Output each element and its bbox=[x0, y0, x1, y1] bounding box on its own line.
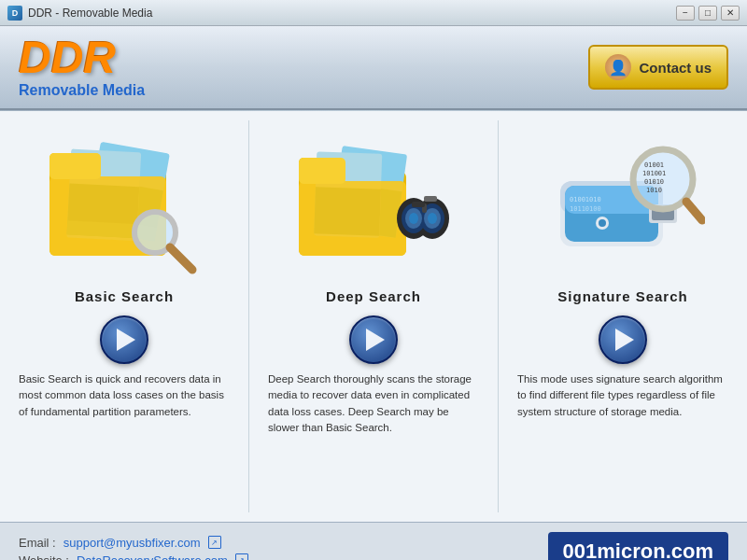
contact-button[interactable]: 👤 Contact us bbox=[588, 45, 728, 90]
signature-search-title: Signature Search bbox=[557, 288, 687, 304]
website-row: Website : DataRecoverySoftware.com ↗ bbox=[19, 553, 248, 561]
contact-icon: 👤 bbox=[605, 54, 631, 80]
svg-rect-19 bbox=[299, 158, 345, 184]
maximize-button[interactable]: □ bbox=[698, 6, 717, 21]
svg-text:01010: 01010 bbox=[644, 178, 664, 186]
signature-search-description: This mode uses signature search algorith… bbox=[517, 371, 728, 420]
play-icon bbox=[366, 329, 385, 351]
svg-line-11 bbox=[170, 247, 192, 270]
signature-search-play-button[interactable] bbox=[599, 315, 647, 364]
email-label: Email : bbox=[19, 536, 56, 550]
logo-section: DDR Removable Media bbox=[19, 35, 145, 99]
title-bar-left: D DDR - Removable Media bbox=[7, 6, 152, 21]
deep-search-description: Deep Search thoroughly scans the storage… bbox=[268, 371, 479, 436]
app-icon: D bbox=[7, 6, 22, 21]
app-footer: Email : support@myusbfixer.com ↗ Website… bbox=[0, 522, 747, 560]
svg-text:1010: 1010 bbox=[646, 187, 662, 194]
signature-search-card: 01001010 10110100 01001 101001 01010 101… bbox=[499, 120, 747, 512]
basic-search-image bbox=[40, 130, 208, 279]
svg-point-28 bbox=[428, 213, 437, 224]
close-button[interactable]: ✕ bbox=[721, 6, 740, 21]
signature-search-icon: 01001010 10110100 01001 101001 01010 101… bbox=[542, 134, 705, 274]
svg-text:01001010: 01001010 bbox=[570, 196, 601, 203]
window-title: DDR - Removable Media bbox=[28, 7, 152, 20]
email-link[interactable]: support@myusbfixer.com bbox=[63, 536, 201, 550]
svg-text:01001: 01001 bbox=[644, 161, 664, 169]
main-content: Basic Search Basic Search is quick and r… bbox=[0, 111, 747, 522]
play-icon bbox=[615, 329, 634, 351]
title-bar: D DDR - Removable Media − □ ✕ bbox=[0, 0, 747, 26]
minimize-button[interactable]: − bbox=[676, 6, 695, 21]
svg-text:10110100: 10110100 bbox=[570, 205, 601, 213]
email-row: Email : support@myusbfixer.com ↗ bbox=[19, 536, 248, 550]
deep-search-card: Deep Search Deep Search thoroughly scans… bbox=[249, 120, 499, 512]
svg-rect-9 bbox=[49, 153, 101, 179]
brand-badge: 001micron.com bbox=[548, 532, 728, 561]
email-external-icon[interactable]: ↗ bbox=[208, 536, 221, 549]
basic-search-title: Basic Search bbox=[75, 288, 174, 304]
svg-rect-18 bbox=[299, 181, 406, 256]
website-label: Website : bbox=[19, 553, 69, 561]
signature-search-image: 01001010 10110100 01001 101001 01010 101… bbox=[539, 130, 707, 279]
svg-rect-31 bbox=[424, 196, 437, 202]
basic-search-icon bbox=[45, 134, 204, 274]
svg-line-47 bbox=[686, 202, 702, 220]
play-icon bbox=[117, 329, 135, 351]
basic-search-card: Basic Search Basic Search is quick and r… bbox=[0, 120, 249, 512]
svg-point-39 bbox=[599, 219, 606, 227]
deep-search-icon bbox=[294, 134, 453, 274]
app-header: DDR Removable Media 👤 Contact us bbox=[0, 26, 747, 110]
svg-text:101001: 101001 bbox=[642, 170, 666, 177]
basic-search-play-button[interactable] bbox=[100, 315, 148, 364]
deep-search-image bbox=[289, 130, 458, 279]
logo-subtitle: Removable Media bbox=[19, 82, 145, 99]
website-link[interactable]: DataRecoverySoftware.com bbox=[77, 553, 228, 561]
contact-label: Contact us bbox=[639, 60, 712, 76]
window-controls: − □ ✕ bbox=[676, 6, 740, 21]
deep-search-title: Deep Search bbox=[326, 288, 421, 304]
basic-search-description: Basic Search is quick and recovers data … bbox=[19, 371, 230, 420]
footer-links: Email : support@myusbfixer.com ↗ Website… bbox=[19, 536, 248, 561]
logo-ddr: DDR bbox=[19, 35, 145, 80]
deep-search-play-button[interactable] bbox=[349, 315, 398, 364]
svg-rect-30 bbox=[412, 202, 425, 207]
website-external-icon[interactable]: ↗ bbox=[235, 553, 248, 560]
svg-point-27 bbox=[409, 213, 418, 224]
